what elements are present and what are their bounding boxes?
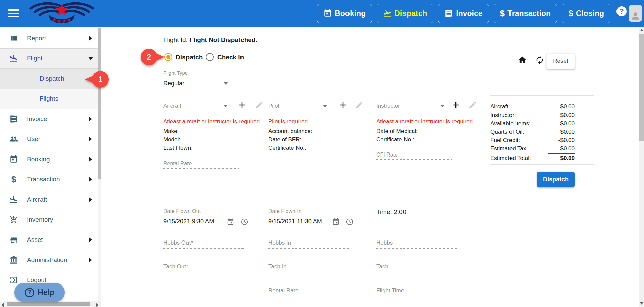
reset-button[interactable]: Reset — [546, 53, 575, 69]
dropdown-caret-icon[interactable] — [223, 82, 228, 85]
edit-instructor-button[interactable] — [468, 101, 477, 109]
instructor-certificate-no-label: Certificate No.: — [376, 135, 414, 144]
date-picker-button[interactable] — [227, 218, 234, 226]
sidebar-item-invoice[interactable]: Invoice — [0, 109, 101, 129]
people-icon — [9, 135, 18, 143]
date-picker-button[interactable] — [332, 218, 340, 226]
pilot-account-balance-label: Account balance: — [268, 127, 312, 135]
summary-quarts-of-oil-value: $0.00 — [517, 129, 575, 135]
home-button[interactable] — [518, 55, 527, 65]
sidebar: Report Flight Dispatch Flights Invoice U… — [0, 27, 101, 307]
date-flown-out-input[interactable]: 9/15/2021 9:30 AM — [163, 218, 214, 225]
dropdown-caret-icon[interactable] — [440, 105, 445, 107]
sidebar-subitem-label: Flights — [40, 95, 58, 102]
nav-booking-button[interactable]: Booking — [317, 4, 372, 23]
help-widget-button[interactable]: ? Help — [14, 283, 65, 302]
dispatch-radio-label: Dispatch — [176, 54, 203, 61]
rental-rate-input[interactable] — [163, 168, 239, 169]
annotation-pin-2: 2 — [139, 48, 165, 66]
receipt-icon — [444, 9, 453, 18]
dropdown-caret-icon[interactable] — [323, 105, 327, 107]
instructor-select-placeholder[interactable]: Instructor — [376, 103, 400, 109]
dollar-icon: $ — [9, 174, 18, 185]
sidebar-item-aircraft[interactable]: Aircraft — [0, 189, 101, 210]
sidebar-vertical-scrollbar-thumb[interactable] — [98, 28, 101, 179]
dollar-icon: $ — [568, 8, 573, 19]
sidebar-item-inventory[interactable]: Inventory — [0, 210, 101, 230]
annotation-pin-2-number: 2 — [147, 53, 151, 61]
summary-instructor-label: Instructor: — [490, 112, 516, 119]
add-aircraft-button[interactable] — [237, 100, 247, 110]
scroll-up-arrow-icon[interactable] — [640, 29, 643, 31]
scroll-left-arrow-icon[interactable] — [1, 303, 4, 307]
pilot-error-text: Pilot is required — [268, 118, 308, 125]
rental-rate-bottom-input[interactable] — [268, 296, 349, 296]
nav-invoice-button[interactable]: Invoice — [438, 4, 489, 23]
dispatch-radio[interactable] — [164, 53, 172, 61]
aircraft-select-placeholder[interactable]: Aircraft — [163, 103, 181, 109]
dispatch-submit-button[interactable]: Dispatch — [537, 172, 575, 187]
dollar-icon: $ — [500, 8, 505, 19]
page-vertical-scrollbar-thumb[interactable] — [639, 34, 644, 141]
date-flown-in-input[interactable]: 9/15/2021 11:30 AM — [268, 218, 322, 225]
hobbs-input[interactable] — [376, 248, 457, 249]
cfi-rate-input[interactable] — [376, 159, 452, 160]
flight-type-select[interactable]: Regular — [163, 80, 184, 87]
dropdown-caret-icon[interactable] — [223, 105, 228, 107]
chevron-down-icon — [88, 57, 93, 60]
section-divider — [163, 196, 482, 196]
scroll-right-arrow-icon[interactable] — [96, 303, 98, 307]
summary-instructor-value: $0.00 — [517, 112, 575, 119]
edit-pilot-button[interactable] — [355, 101, 364, 109]
header-help-icon[interactable]: ? — [616, 6, 627, 16]
edit-aircraft-button[interactable] — [255, 101, 264, 109]
sidebar-item-report[interactable]: Report — [0, 28, 101, 48]
calendar-icon — [332, 218, 340, 226]
flight-time-input[interactable] — [376, 296, 457, 296]
hobbs-in-input[interactable] — [268, 248, 349, 249]
sidebar-item-flight[interactable]: Flight — [0, 48, 101, 69]
flight-type-label: Flight Type — [163, 70, 188, 76]
tach-input[interactable] — [376, 272, 457, 272]
tach-out-input[interactable] — [163, 272, 244, 272]
summary-estimated-total-value: $0.00 — [517, 155, 575, 162]
chevron-right-icon — [89, 177, 92, 182]
checkin-radio[interactable] — [206, 53, 214, 61]
time-total-text: Time: 2.00 — [376, 208, 406, 216]
nav-invoice-label: Invoice — [456, 9, 482, 18]
add-cart-icon — [9, 215, 18, 224]
sidebar-horizontal-scrollbar-thumb[interactable] — [7, 302, 90, 306]
aircraft-error-text: Atleast aircraft or instructor is requir… — [163, 118, 260, 125]
sidebar-item-administration[interactable]: Administration — [0, 250, 101, 270]
home-icon — [518, 55, 527, 65]
flight-land-icon — [9, 195, 18, 204]
date-flown-in-underline — [268, 231, 355, 231]
instructor-underline — [376, 112, 445, 112]
nav-closing-button[interactable]: $ Closing — [562, 4, 610, 23]
tach-in-input[interactable] — [268, 272, 349, 272]
nav-dispatch-label: Dispatch — [394, 9, 427, 18]
nav-dispatch-button[interactable]: Dispatch — [377, 4, 433, 23]
user-avatar[interactable] — [629, 5, 642, 22]
app-header: Booking Dispatch Invoice $ Transaction $… — [0, 0, 644, 27]
sidebar-item-user[interactable]: User — [0, 129, 101, 149]
add-instructor-button[interactable] — [451, 100, 461, 110]
sidebar-item-transaction[interactable]: $ Transaction — [0, 169, 101, 189]
nav-transaction-button[interactable]: $ Transaction — [494, 4, 557, 23]
time-picker-button[interactable] — [240, 218, 248, 226]
sidebar-item-label: Flight — [27, 55, 42, 62]
storefront-icon — [9, 235, 18, 244]
aircraft-last-flown-label: Last Flown: — [163, 144, 193, 152]
sidebar-item-booking[interactable]: Booking — [0, 149, 101, 169]
pilot-select-placeholder[interactable]: Pilot — [268, 103, 279, 109]
time-picker-button[interactable] — [346, 218, 354, 226]
hobbs-out-input[interactable] — [163, 248, 244, 249]
hobbs-label: Hobbs — [376, 239, 393, 246]
hamburger-menu-icon[interactable] — [8, 9, 19, 18]
sidebar-item-flights[interactable]: Flights — [0, 89, 101, 109]
scroll-down-arrow-icon[interactable] — [640, 302, 643, 305]
refresh-button[interactable] — [535, 55, 544, 65]
sidebar-item-asset[interactable]: Asset — [0, 230, 101, 250]
add-pilot-button[interactable] — [338, 100, 348, 110]
summary-fuel-credit-value: -$0.00 — [517, 137, 575, 144]
